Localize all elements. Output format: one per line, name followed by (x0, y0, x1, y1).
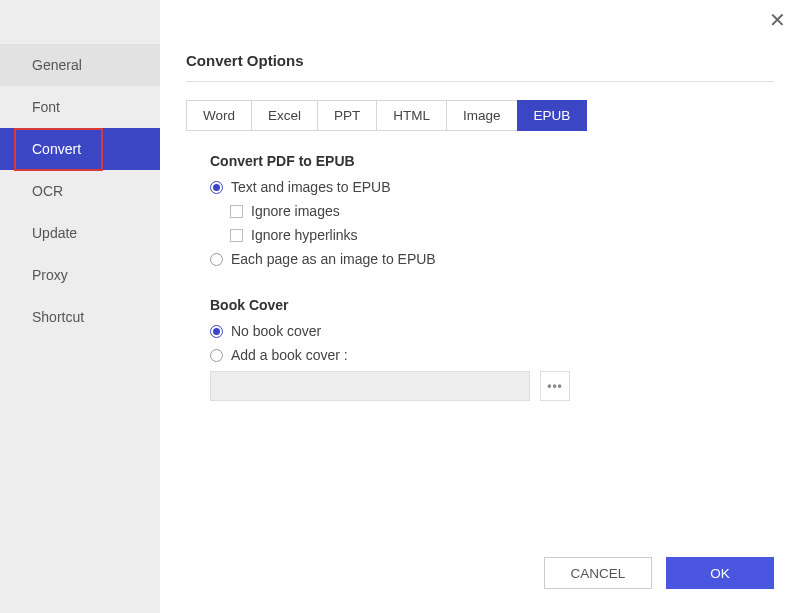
button-label: CANCEL (571, 566, 626, 581)
section-convert-pdf: Convert PDF to EPUB Text and images to E… (210, 153, 774, 275)
checkbox-icon (230, 229, 243, 242)
sidebar-item-label: Update (32, 225, 77, 241)
radio-no-cover[interactable]: No book cover (210, 323, 774, 339)
cover-path-input[interactable] (210, 371, 530, 401)
browse-button[interactable]: ••• (540, 371, 570, 401)
sidebar-item-convert[interactable]: Convert (0, 128, 160, 170)
checkbox-ignore-images[interactable]: Ignore images (230, 203, 774, 219)
radio-label: Each page as an image to EPUB (231, 251, 436, 267)
radio-add-cover[interactable]: Add a book cover : (210, 347, 774, 363)
radio-label: No book cover (231, 323, 321, 339)
divider (186, 81, 774, 82)
checkbox-label: Ignore images (251, 203, 340, 219)
section-book-cover: Book Cover No book cover Add a book cove… (210, 297, 774, 401)
radio-icon (210, 325, 223, 338)
tab-word[interactable]: Word (186, 100, 251, 131)
section-title: Convert PDF to EPUB (210, 153, 774, 169)
tab-html[interactable]: HTML (376, 100, 446, 131)
page-title: Convert Options (186, 52, 774, 69)
sidebar-item-label: Convert (32, 141, 81, 157)
dialog-footer: CANCEL OK (544, 557, 774, 589)
tab-label: EPUB (534, 108, 571, 123)
sidebar-item-label: General (32, 57, 82, 73)
radio-label: Add a book cover : (231, 347, 348, 363)
tab-epub[interactable]: EPUB (517, 100, 588, 131)
ok-button[interactable]: OK (666, 557, 774, 589)
radio-each-page-image[interactable]: Each page as an image to EPUB (210, 251, 774, 267)
sidebar-item-label: OCR (32, 183, 63, 199)
checkbox-icon (230, 205, 243, 218)
button-label: OK (710, 566, 730, 581)
close-button[interactable]: ✕ (769, 10, 786, 30)
tab-label: Excel (268, 108, 301, 123)
radio-text-and-images[interactable]: Text and images to EPUB (210, 179, 774, 195)
radio-icon (210, 349, 223, 362)
sidebar-item-proxy[interactable]: Proxy (0, 254, 160, 296)
sidebar-item-label: Font (32, 99, 60, 115)
sidebar-item-update[interactable]: Update (0, 212, 160, 254)
tab-image[interactable]: Image (446, 100, 517, 131)
tab-label: HTML (393, 108, 430, 123)
tab-label: Image (463, 108, 501, 123)
radio-icon (210, 253, 223, 266)
sidebar-item-label: Shortcut (32, 309, 84, 325)
sidebar-item-label: Proxy (32, 267, 68, 283)
tab-label: Word (203, 108, 235, 123)
sidebar: General Font Convert OCR Update Proxy Sh… (0, 0, 160, 613)
radio-label: Text and images to EPUB (231, 179, 391, 195)
cover-path-row: ••• (210, 371, 774, 401)
section-title: Book Cover (210, 297, 774, 313)
ellipsis-icon: ••• (547, 379, 563, 393)
sidebar-item-shortcut[interactable]: Shortcut (0, 296, 160, 338)
tab-ppt[interactable]: PPT (317, 100, 376, 131)
radio-icon (210, 181, 223, 194)
sidebar-item-ocr[interactable]: OCR (0, 170, 160, 212)
main-panel: ✕ Convert Options Word Excel PPT HTML Im… (160, 0, 800, 613)
close-icon: ✕ (769, 9, 786, 31)
format-tabs: Word Excel PPT HTML Image EPUB (186, 100, 774, 131)
checkbox-label: Ignore hyperlinks (251, 227, 358, 243)
checkbox-ignore-hyperlinks[interactable]: Ignore hyperlinks (230, 227, 774, 243)
tab-excel[interactable]: Excel (251, 100, 317, 131)
cancel-button[interactable]: CANCEL (544, 557, 652, 589)
sidebar-item-font[interactable]: Font (0, 86, 160, 128)
tab-label: PPT (334, 108, 360, 123)
sidebar-item-general[interactable]: General (0, 44, 160, 86)
